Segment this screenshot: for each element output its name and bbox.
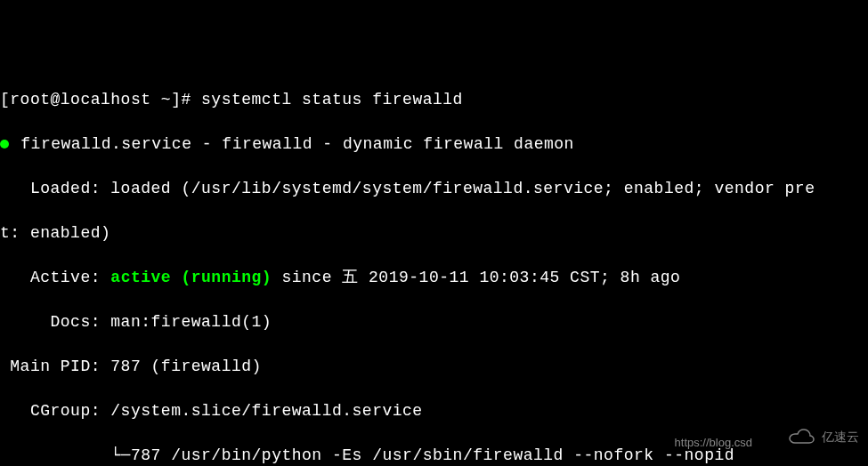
service-header-line: firewalld.service - firewalld - dynamic … [0, 133, 868, 156]
command-text: systemctl status firewalld [201, 91, 463, 108]
cloud-icon [788, 429, 816, 446]
tree-branch-icon: └─ [0, 446, 131, 464]
command-line: [root@localhost ~]# systemctl status fir… [0, 89, 868, 111]
active-line: Active: active (running) since 五 2019-10… [0, 267, 868, 289]
active-since: since 五 2019-10-11 10:03:45 CST; 8h ago [272, 269, 680, 286]
loaded-line2: t: enabled) [0, 222, 868, 245]
active-status: active (running) [110, 269, 272, 286]
mainpid-line: Main PID: 787 (firewalld) [0, 356, 868, 378]
cgroup-line: CGroup: /system.slice/firewalld.service [0, 400, 868, 422]
active-label: Active: [0, 269, 110, 286]
docs-line: Docs: man:firewalld(1) [0, 311, 868, 333]
cgroup-child: 787 /usr/bin/python -Es /usr/sbin/firewa… [131, 446, 734, 464]
loaded-line: Loaded: loaded (/usr/lib/systemd/system/… [0, 178, 868, 200]
watermark-url: https://blog.csd [675, 431, 752, 454]
active-bullet-icon [0, 140, 9, 149]
watermark-brand: 亿速云 [822, 426, 859, 448]
watermark-logo: 亿速云 [788, 426, 859, 448]
prompt: [root@localhost ~]# [0, 91, 201, 108]
service-header: firewalld.service - firewalld - dynamic … [11, 135, 574, 153]
